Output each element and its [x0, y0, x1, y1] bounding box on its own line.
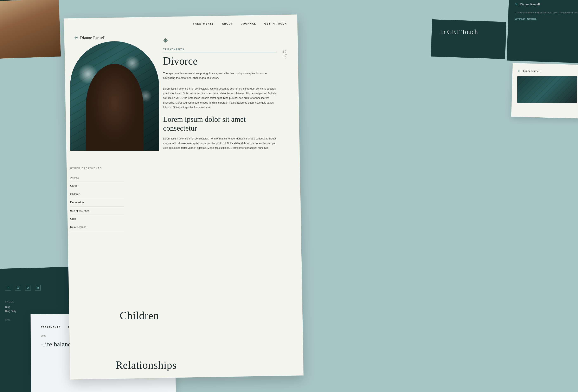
hero-image-bg: [0, 0, 61, 59]
right-panel-buy-link[interactable]: Buy Psyche template.: [515, 18, 536, 20]
logo-icon: ✳: [74, 35, 78, 41]
nav-about[interactable]: ABOUT: [222, 22, 233, 25]
main-nav: TREATMENTS ABOUT JOURNAL GET IN TOUCH: [64, 16, 297, 31]
other-treatments-label: OTHER TREATMENTS: [70, 167, 124, 169]
instagram-icon[interactable]: ⊙: [25, 285, 31, 291]
relationships-label: Relationships: [116, 359, 177, 371]
main-panel: TREATMENTS ABOUT JOURNAL GET IN TOUCH ✳ …: [64, 14, 303, 379]
treatment-children[interactable]: Children: [70, 190, 124, 198]
twitter-icon[interactable]: 𝕏: [15, 285, 21, 291]
body-text-2: Lorem ipsum dolor sit amet consectetur. …: [163, 136, 277, 150]
get-in-touch-panel: In GET Touch: [431, 19, 506, 59]
hero-image-container: [70, 41, 159, 151]
children-label-panel: Children: [120, 309, 215, 324]
sunburst-icon: ✳: [163, 37, 277, 44]
person-image: [0, 28, 56, 55]
treatment-depression[interactable]: Depression: [70, 198, 124, 207]
right-lower-logo-row: ✳ Dianne Russell: [517, 69, 577, 73]
page-subtitle: Therapy provides essential support, guid…: [163, 71, 277, 80]
section-heading: Lorem ipsum dolor sit amet consectetur: [163, 115, 277, 133]
body-text-1: Lorem ipsum dolor sit amet consectetur. …: [163, 87, 277, 110]
treatment-career[interactable]: Career: [70, 182, 124, 190]
linkedin-icon[interactable]: in: [35, 285, 41, 291]
page-title: Divorce: [163, 55, 277, 67]
right-panel-logo-row: ✳ Dianne Russell: [515, 2, 578, 7]
right-lower-logo-icon: ✳: [517, 69, 520, 73]
hero-person: [86, 64, 144, 151]
get-in-touch-title: In GET Touch: [440, 28, 498, 36]
pages-item-blog[interactable]: Blog: [5, 305, 63, 308]
nav-journal[interactable]: JOURNAL: [241, 22, 256, 25]
treatment-relationships[interactable]: Relationships: [70, 223, 124, 231]
right-dark-panel: ✳ Dianne Russell © Psyche template. Buil…: [507, 0, 578, 63]
children-label: Children: [120, 310, 159, 321]
right-panel-tagline: © Psyche template. Built by Themes. Ches…: [515, 11, 578, 15]
bottom-nav-treatments[interactable]: TREATMENTS: [41, 326, 60, 328]
treatment-anxiety[interactable]: Anxiety: [70, 174, 124, 182]
nav-treatments[interactable]: TREATMENTS: [193, 22, 214, 25]
content-area: ✳ TREATMENTS Divorce Therapy provides es…: [163, 37, 287, 156]
image-lines: [517, 76, 577, 103]
right-lower-name: Dianne Russell: [522, 69, 540, 73]
right-panel-logo-icon: ✳: [515, 2, 518, 7]
right-lower-panel: ✳ Dianne Russell: [511, 63, 578, 119]
pages-section: PAGES Blog Blog entry: [5, 301, 63, 312]
relationships-label-panel: Relationships: [116, 359, 223, 373]
site-name: Dianne Russell: [80, 36, 106, 40]
pages-label: PAGES: [5, 301, 63, 303]
treatments-section-label: TREATMENTS: [163, 48, 277, 52]
top-left-image-panel: [0, 0, 61, 59]
hero-image-bg: [70, 41, 159, 151]
treatment-eating-disorders[interactable]: Eating disorders: [70, 207, 124, 215]
sidebar-treatments: OTHER TREATMENTS Anxiety Career Children…: [70, 167, 124, 231]
nav-get-in-touch[interactable]: GET IN TOUCH: [264, 22, 287, 25]
pages-item-blog-entry[interactable]: Blog entry: [5, 310, 63, 312]
right-lower-image: [517, 76, 577, 103]
right-panel-name: Dianne Russell: [520, 2, 540, 6]
facebook-icon[interactable]: f: [5, 285, 11, 291]
treatment-grief[interactable]: Grief: [70, 215, 124, 223]
social-icons-row: f 𝕏 ⊙ in: [5, 285, 63, 291]
